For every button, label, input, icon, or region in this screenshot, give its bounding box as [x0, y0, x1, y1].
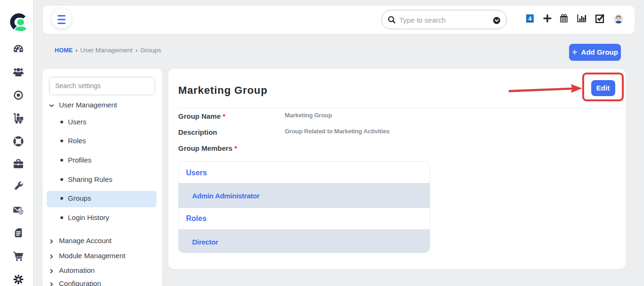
svg-text:@: @: [18, 209, 24, 214]
